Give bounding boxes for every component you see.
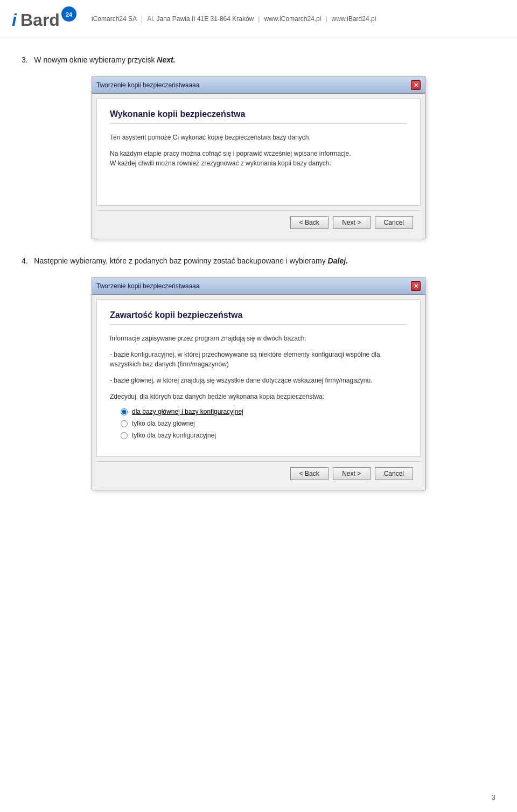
- step4-text: 4. Następnie wybieramy, które z podanych…: [22, 255, 495, 267]
- radio-input-2[interactable]: [121, 420, 128, 427]
- radio-label-1: dla bazy głównej i bazy konfiguracyjnej: [132, 408, 243, 415]
- dialog2-title: Tworzenie kopii bezpieczeństwaaaa: [96, 282, 199, 290]
- dialog2-body: Zawartość kopii bezpieczeństwa Informacj…: [96, 299, 421, 457]
- dialog1-title: Tworzenie kopii bezpieczeństwaaaa: [96, 81, 199, 89]
- company-address: Al. Jana Pawła II 41E 31-864 Kraków: [147, 15, 254, 23]
- dialog1-heading: Wykonanie kopii bezpieczeństwa: [110, 109, 407, 124]
- radio-input-1[interactable]: [121, 408, 128, 415]
- website1: www.iComarch24.pl: [264, 15, 321, 23]
- dialog2-para1: Informacje zapisywane przez program znaj…: [110, 334, 407, 343]
- step3-highlight: Next.: [157, 55, 175, 64]
- website2: www.iBard24.pl: [332, 15, 376, 23]
- dialog1-wrapper: Tworzenie kopii bezpieczeństwaaaa ✕ Wyko…: [92, 77, 425, 239]
- step4-highlight: Dalej.: [328, 256, 348, 265]
- step4-number: 4.: [22, 256, 28, 265]
- dialog1-back-button[interactable]: < Back: [290, 216, 329, 229]
- dialog1-footer: < Back Next > Cancel: [96, 210, 421, 234]
- svg-text:i: i: [12, 10, 17, 30]
- dialog1-para2: Na każdym etapie pracy można cofnąć się …: [110, 149, 407, 168]
- dialog1-close-button[interactable]: ✕: [411, 80, 421, 90]
- sep3: |: [325, 15, 327, 23]
- header-info: iComarch24 SA | Al. Jana Pawła II 41E 31…: [92, 15, 376, 23]
- dialog2: Tworzenie kopii bezpieczeństwaaaa ✕ Zawa…: [92, 277, 425, 490]
- dialog1-cancel-button[interactable]: Cancel: [375, 216, 413, 229]
- dialog2-footer: < Back Next > Cancel: [96, 461, 421, 485]
- dialog2-close-button[interactable]: ✕: [411, 281, 421, 291]
- step3-text: 3. W nowym oknie wybieramy przycisk Next…: [22, 54, 495, 66]
- dialog2-titlebar: Tworzenie kopii bezpieczeństwaaaa ✕: [92, 278, 425, 295]
- main-content: 3. W nowym oknie wybieramy przycisk Next…: [0, 38, 517, 523]
- step3-label: [30, 55, 32, 64]
- radio-label-3: tylko dla bazy konfiguracyjnej: [132, 432, 216, 439]
- dialog2-para3: - bazie głównej, w której znajdują się w…: [110, 376, 407, 385]
- step3-number: 3.: [22, 55, 28, 64]
- dialog2-next-button[interactable]: Next >: [333, 467, 371, 480]
- step4-space: [30, 256, 32, 265]
- dialog1-next-button[interactable]: Next >: [333, 216, 371, 229]
- page-header: i Bard 24 iComarch24 SA | Al. Jana Pawła…: [0, 0, 517, 38]
- step4-main-text: Następnie wybieramy, które z podanych ba…: [34, 256, 327, 265]
- radio-group: dla bazy głównej i bazy konfiguracyjnej …: [121, 408, 396, 439]
- dialog2-cancel-button[interactable]: Cancel: [375, 467, 413, 480]
- dialog1-para1: Ten asystent pomoże Ci wykonać kopię bez…: [110, 133, 407, 142]
- radio-label-2: tylko dla bazy głównej: [132, 420, 195, 427]
- dialog1-body: Wykonanie kopii bezpieczeństwa Ten asyst…: [96, 98, 421, 206]
- radio-option-1: dla bazy głównej i bazy konfiguracyjnej: [121, 408, 396, 415]
- svg-text:24: 24: [66, 11, 73, 18]
- svg-text:Bard: Bard: [20, 10, 60, 30]
- dialog1-titlebar: Tworzenie kopii bezpieczeństwaaaa ✕: [92, 77, 425, 94]
- logo-svg: i Bard 24: [11, 5, 81, 32]
- page-number: 3: [492, 793, 495, 801]
- company-name: iComarch24 SA: [92, 15, 137, 23]
- dialog2-para2: - bazie konfiguracyjnej, w której przech…: [110, 350, 407, 369]
- sep1: |: [141, 15, 143, 23]
- sep2: |: [258, 15, 260, 23]
- radio-option-2: tylko dla bazy głównej: [121, 420, 396, 427]
- dialog1: Tworzenie kopii bezpieczeństwaaaa ✕ Wyko…: [92, 77, 425, 239]
- radio-option-3: tylko dla bazy konfiguracyjnej: [121, 432, 396, 439]
- dialog2-wrapper: Tworzenie kopii bezpieczeństwaaaa ✕ Zawa…: [92, 277, 425, 490]
- radio-input-3[interactable]: [121, 432, 128, 439]
- dialog2-heading: Zawartość kopii bezpieczeństwa: [110, 310, 407, 325]
- step3-main-text: W nowym oknie wybieramy przycisk: [34, 55, 157, 64]
- logo-container: i Bard 24: [11, 5, 81, 32]
- dialog2-para4: Zdecyduj, dla których baz danych będzie …: [110, 392, 407, 401]
- dialog2-back-button[interactable]: < Back: [290, 467, 329, 480]
